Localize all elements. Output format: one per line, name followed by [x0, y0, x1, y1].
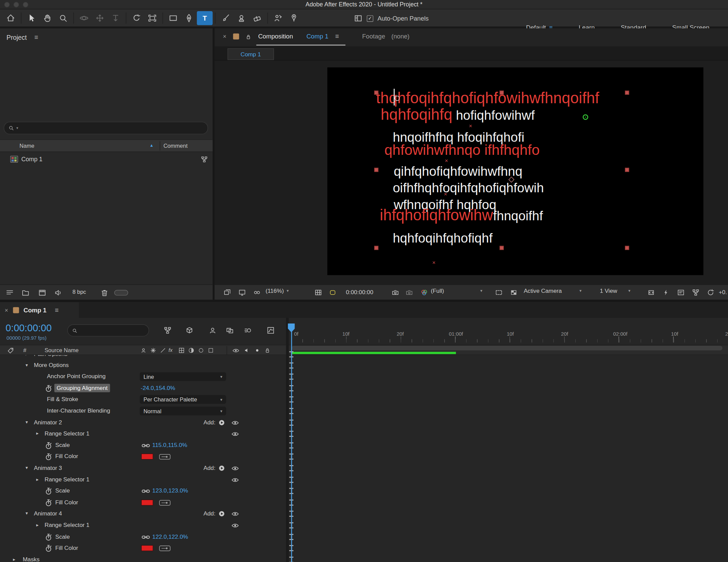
hand-tool-button[interactable]: [39, 11, 55, 25]
ruler-minor-ticks[interactable]: [292, 339, 727, 343]
camera-view-dropdown[interactable]: Active Camera ▾: [524, 288, 582, 294]
column-hash[interactable]: #: [23, 347, 26, 354]
twirl-icon[interactable]: ▾: [26, 511, 28, 516]
selection-handle[interactable]: [499, 91, 504, 95]
column-comment[interactable]: Comment: [163, 143, 188, 149]
tab-footage[interactable]: Footage: [362, 33, 385, 40]
inter-character-blending-dropdown[interactable]: Normal▾: [140, 406, 226, 415]
property-value[interactable]: -24.0,154.0%: [141, 385, 175, 391]
timeline-row-fill-color[interactable]: Fill Color: [0, 497, 286, 508]
canvas-text-line[interactable]: qihfqhofiqhfowihwfhnq: [394, 164, 522, 179]
multi-frame-icon[interactable]: [223, 288, 231, 296]
mini-flowchart-icon[interactable]: [201, 156, 208, 163]
add-animator-icon[interactable]: [218, 465, 225, 472]
comp-mini-flowchart-button[interactable]: [160, 324, 176, 337]
current-time-display[interactable]: 0:00:00:00: [6, 322, 52, 334]
playhead-line[interactable]: [291, 325, 292, 562]
brush-tool-button[interactable]: [218, 11, 234, 25]
color-slider-icon[interactable]: [158, 453, 172, 460]
column-divider[interactable]: [160, 141, 160, 151]
column-name[interactable]: Name: [20, 143, 34, 149]
work-area-bar[interactable]: [292, 346, 722, 350]
lock-column-icon[interactable]: [264, 347, 271, 354]
timeline-menu-icon[interactable]: ≡: [55, 306, 59, 314]
canvas-text-line[interactable]: qhfowihwfhnqo ifhfhqhfo: [385, 142, 540, 159]
solo-column-icon[interactable]: [254, 347, 261, 354]
bit-depth-button[interactable]: 8 bpc: [72, 288, 86, 295]
timeline-search[interactable]: [67, 325, 149, 337]
resolution-dropdown[interactable]: (Full) ▾: [431, 288, 482, 294]
color-slider-icon[interactable]: [158, 499, 172, 506]
roto-brush-tool-button[interactable]: [270, 11, 286, 25]
canvas-text-line[interactable]: hqhfoqihfq hofiqhfowihwf: [381, 106, 535, 123]
twirl-icon[interactable]: ▸: [36, 477, 38, 482]
timeline-row-grouping-alignment[interactable]: Grouping Alignment -24.0,154.0%: [0, 383, 286, 394]
stopwatch-icon[interactable]: [45, 442, 52, 449]
timeline-row-more-options[interactable]: ▾ More Options: [0, 360, 286, 371]
channel-rgb-icon[interactable]: [420, 288, 428, 296]
timeline-row-fill-color[interactable]: Fill Color: [0, 451, 286, 462]
twirl-icon[interactable]: ▾: [26, 465, 28, 470]
camera-bounds-tool-button[interactable]: [144, 11, 160, 25]
selection-handle[interactable]: [625, 168, 629, 172]
frame-blending-button[interactable]: [222, 324, 238, 337]
twirl-icon[interactable]: ▾: [26, 420, 28, 425]
tab-composition-target[interactable]: Comp 1: [306, 33, 328, 40]
viewer-comp-tab[interactable]: Comp 1: [228, 48, 274, 60]
new-composition-button[interactable]: [34, 286, 50, 300]
refresh-icon[interactable]: [707, 288, 715, 296]
window-close-button[interactable]: [4, 2, 10, 8]
composition-canvas[interactable]: thqhfoqihfqhofiqhfowihwfhnqoifhf hqhfoqi…: [327, 67, 703, 275]
timeline-row-fill-color[interactable]: Fill Color: [0, 543, 286, 554]
eraser-tool-button[interactable]: [249, 11, 265, 25]
link-dimensions-icon[interactable]: [142, 535, 150, 540]
magnification-dropdown[interactable]: (116%) ▾: [266, 288, 289, 294]
pan-camera-tool-button[interactable]: [92, 11, 108, 25]
timeline-row-animator-3[interactable]: ▾ Animator 3 Add:: [0, 463, 286, 474]
column-source-name[interactable]: Source Name: [44, 347, 79, 354]
timeline-row-scale[interactable]: Scale 115.0,115.0%: [0, 440, 286, 451]
timeline-row-range-selector[interactable]: ▸ Range Selector 1: [0, 520, 286, 531]
project-panel-menu-icon[interactable]: ≡: [34, 33, 38, 41]
project-item-label[interactable]: Comp 1: [21, 156, 42, 163]
hide-shy-layers-button[interactable]: [205, 324, 220, 337]
selection-tool-button[interactable]: [24, 11, 39, 25]
fill-color-swatch[interactable]: [141, 500, 153, 506]
twirl-icon[interactable]: ▸: [36, 431, 38, 436]
timeline-row-scale[interactable]: Scale 122.0,122.0%: [0, 532, 286, 543]
project-audio-button[interactable]: [50, 286, 66, 300]
fill-stroke-dropdown[interactable]: Per Character Palette▾: [140, 395, 226, 404]
fill-color-swatch[interactable]: [141, 453, 153, 459]
selector-visibility-button[interactable]: [231, 477, 239, 483]
audio-column-icon[interactable]: [244, 347, 250, 354]
twirl-icon[interactable]: ▸: [36, 522, 38, 527]
footage-pill[interactable]: [114, 290, 128, 296]
exposure-value[interactable]: +0.: [719, 289, 727, 296]
timeline-row-animator-2[interactable]: ▾ Animator 2 Add:: [0, 417, 286, 428]
mask-visibility-icon[interactable]: [329, 288, 336, 296]
selector-visibility-button[interactable]: [231, 431, 239, 437]
timeline-row-scale[interactable]: Scale 123.0,123.0%: [0, 486, 286, 497]
pen-tool-button[interactable]: [181, 11, 197, 25]
timeline-tab[interactable]: × Comp 1 ≡: [0, 302, 79, 318]
selection-handle[interactable]: [625, 91, 629, 95]
orbit-camera-tool-button[interactable]: [76, 11, 92, 25]
selection-handle[interactable]: [374, 168, 378, 172]
timeline-row-masks[interactable]: ▸ Masks: [0, 554, 286, 562]
timeline-row-inter-character-blending[interactable]: Inter-Character Blending Normal▾: [0, 406, 286, 417]
project-item-row[interactable]: Comp 1: [0, 153, 213, 166]
link-dimensions-icon[interactable]: [142, 443, 150, 448]
label-tag-icon[interactable]: [7, 347, 14, 354]
new-folder-button[interactable]: [18, 286, 33, 300]
project-search[interactable]: ▾: [4, 122, 208, 134]
puppet-pin-tool-button[interactable]: [286, 11, 302, 25]
eye-column-icon[interactable]: [232, 348, 240, 353]
stopwatch-icon[interactable]: [45, 487, 52, 495]
add-animator-icon[interactable]: [218, 510, 225, 517]
canvas-text-line[interactable]: thqhfoqihfqhofiqhfowihwfhnqoifhf: [376, 89, 599, 107]
view-layout-dropdown[interactable]: 1 View ▾: [600, 288, 631, 294]
show-snapshot-icon[interactable]: [405, 288, 413, 296]
viewer-timecode[interactable]: 0:00:00:00: [346, 289, 373, 296]
motion-blur-button[interactable]: [240, 324, 256, 337]
home-tool-button[interactable]: [3, 11, 19, 25]
